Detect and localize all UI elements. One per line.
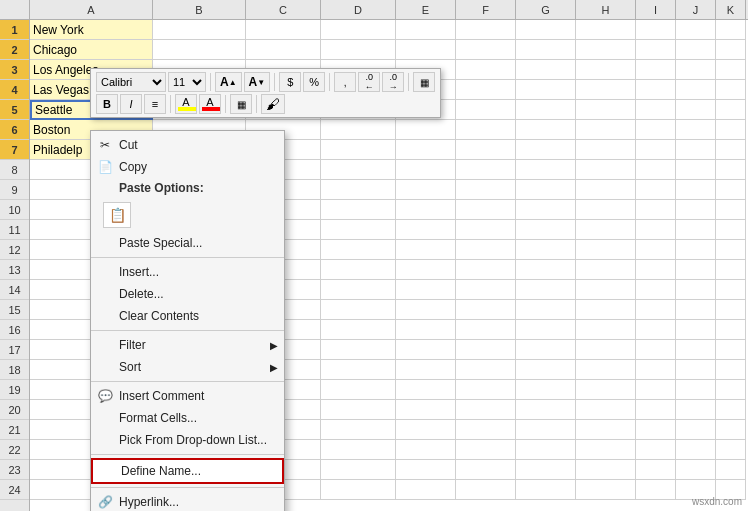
cell-18-K[interactable] [716,360,746,380]
cell-20-H[interactable] [576,400,636,420]
col-header-b[interactable]: B [153,0,246,19]
cell-15-J[interactable] [676,300,716,320]
cell-10-J[interactable] [676,200,716,220]
cell-19-F[interactable] [456,380,516,400]
decrease-decimal-button[interactable]: .0→ [382,72,404,92]
cell-22-D[interactable] [321,440,396,460]
cell-24-I[interactable] [636,480,676,500]
grow-font-button[interactable]: A▲ [215,72,242,92]
cell-6-F[interactable] [456,120,516,140]
row-number-16[interactable]: 16 [0,320,29,340]
cell-18-H[interactable] [576,360,636,380]
font-select[interactable]: Calibri [96,72,166,92]
cell-13-H[interactable] [576,260,636,280]
cell-2-K[interactable] [716,40,746,60]
cell-14-K[interactable] [716,280,746,300]
cell-21-I[interactable] [636,420,676,440]
cell-9-D[interactable] [321,180,396,200]
cell-16-G[interactable] [516,320,576,340]
cell-16-J[interactable] [676,320,716,340]
cell-5-H[interactable] [576,100,636,120]
cell-11-G[interactable] [516,220,576,240]
cell-15-K[interactable] [716,300,746,320]
cell-3-F[interactable] [456,60,516,80]
cell-7-G[interactable] [516,140,576,160]
cell-7-D[interactable] [321,140,396,160]
cell-11-H[interactable] [576,220,636,240]
cell-12-K[interactable] [716,240,746,260]
cell-7-F[interactable] [456,140,516,160]
cell-12-J[interactable] [676,240,716,260]
italic-button[interactable]: I [120,94,142,114]
cell-20-G[interactable] [516,400,576,420]
conditional-format-button[interactable]: ▦ [413,72,435,92]
cell-11-E[interactable] [396,220,456,240]
cell-3-J[interactable] [676,60,716,80]
cell-1-B[interactable] [153,20,246,40]
currency-button[interactable]: $ [279,72,301,92]
cell-6-H[interactable] [576,120,636,140]
context-menu-item-cut[interactable]: ✂Cut [91,134,284,156]
cell-3-K[interactable] [716,60,746,80]
row-number-12[interactable]: 12 [0,240,29,260]
cell-24-H[interactable] [576,480,636,500]
cell-6-G[interactable] [516,120,576,140]
cell-2-D[interactable] [321,40,396,60]
row-number-6[interactable]: 6 [0,120,29,140]
cell-5-J[interactable] [676,100,716,120]
cell-7-K[interactable] [716,140,746,160]
cell-14-E[interactable] [396,280,456,300]
cell-10-G[interactable] [516,200,576,220]
cell-17-D[interactable] [321,340,396,360]
cell-11-K[interactable] [716,220,746,240]
cell-20-F[interactable] [456,400,516,420]
cell-8-F[interactable] [456,160,516,180]
cell-14-I[interactable] [636,280,676,300]
cell-22-H[interactable] [576,440,636,460]
row-number-11[interactable]: 11 [0,220,29,240]
cell-11-I[interactable] [636,220,676,240]
cell-4-G[interactable] [516,80,576,100]
cell-11-J[interactable] [676,220,716,240]
cell-18-D[interactable] [321,360,396,380]
row-number-10[interactable]: 10 [0,200,29,220]
percent-button[interactable]: % [303,72,325,92]
cell-20-E[interactable] [396,400,456,420]
col-header-a[interactable]: A [30,0,153,19]
comma-button[interactable]: , [334,72,356,92]
cell-1-D[interactable] [321,20,396,40]
col-header-i[interactable]: I [636,0,676,19]
cell-1-E[interactable] [396,20,456,40]
cell-6-K[interactable] [716,120,746,140]
borders-button[interactable]: ▦ [230,94,252,114]
cell-11-F[interactable] [456,220,516,240]
cell-3-H[interactable] [576,60,636,80]
cell-24-G[interactable] [516,480,576,500]
cell-8-E[interactable] [396,160,456,180]
cell-9-J[interactable] [676,180,716,200]
cell-16-D[interactable] [321,320,396,340]
cell-13-G[interactable] [516,260,576,280]
row-number-8[interactable]: 8 [0,160,29,180]
cell-6-I[interactable] [636,120,676,140]
cell-17-I[interactable] [636,340,676,360]
increase-decimal-button[interactable]: .0← [358,72,380,92]
row-number-22[interactable]: 22 [0,440,29,460]
cell-10-D[interactable] [321,200,396,220]
row-number-7[interactable]: 7 [0,140,29,160]
col-header-d[interactable]: D [321,0,396,19]
cell-2-G[interactable] [516,40,576,60]
cell-1-F[interactable] [456,20,516,40]
row-number-14[interactable]: 14 [0,280,29,300]
col-header-f[interactable]: F [456,0,516,19]
context-menu-item-pick-dropdown[interactable]: Pick From Drop-down List... [91,429,284,451]
cell-14-G[interactable] [516,280,576,300]
cell-2-B[interactable] [153,40,246,60]
cell-2-E[interactable] [396,40,456,60]
cell-24-F[interactable] [456,480,516,500]
cell-15-D[interactable] [321,300,396,320]
cell-12-E[interactable] [396,240,456,260]
cell-2-A[interactable]: Chicago [30,40,153,60]
row-number-2[interactable]: 2 [0,40,29,60]
context-menu-item-hyperlink[interactable]: 🔗Hyperlink... [91,491,284,511]
